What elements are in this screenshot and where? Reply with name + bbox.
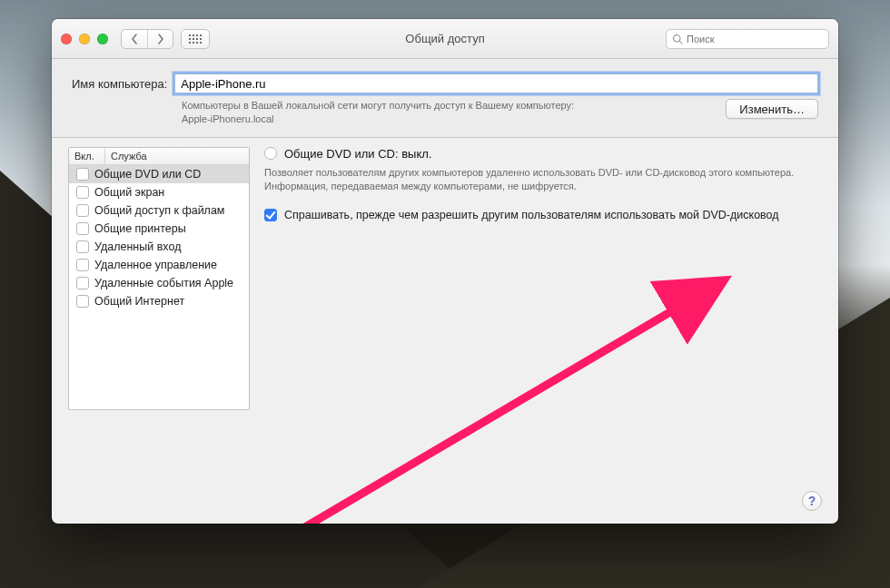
window-traffic-lights <box>61 34 108 44</box>
service-row[interactable]: Удаленные события Apple <box>69 274 249 292</box>
computer-name-label: Имя компьютера: <box>72 77 167 91</box>
nav-back-button[interactable] <box>122 30 147 48</box>
services-table: Вкл. Служба Общие DVD или CDОбщий экранО… <box>68 147 250 410</box>
search-input[interactable] <box>687 34 823 44</box>
minimize-window-button[interactable] <box>79 34 90 44</box>
service-row[interactable]: Общие DVD или CD <box>69 165 249 183</box>
help-button[interactable]: ? <box>802 491 822 511</box>
search-field[interactable] <box>666 29 829 49</box>
service-row-label: Удаленный вход <box>94 240 181 253</box>
service-row-label: Удаленные события Apple <box>94 277 233 289</box>
main-body: Вкл. Служба Общие DVD или CDОбщий экранО… <box>52 138 838 524</box>
services-table-header: Вкл. Служба <box>69 148 249 165</box>
service-enable-checkbox[interactable] <box>76 295 89 308</box>
service-detail-title: Общие DVD или CD: выкл. <box>284 147 431 161</box>
service-row-label: Общие принтеры <box>94 222 186 235</box>
service-row-label: Общие DVD или CD <box>94 168 201 181</box>
service-enable-checkbox[interactable] <box>76 222 89 235</box>
service-enable-checkbox[interactable] <box>76 240 89 253</box>
service-row[interactable]: Удаленный вход <box>69 238 249 256</box>
service-enable-checkbox[interactable] <box>76 186 89 199</box>
computer-name-subtext: Компьютеры в Вашей локальной сети могут … <box>182 99 581 126</box>
service-row[interactable]: Общий экран <box>69 183 249 201</box>
service-enable-checkbox[interactable] <box>76 168 89 181</box>
ask-before-share-row[interactable]: Спрашивать, прежде чем разрешить другим … <box>264 208 822 224</box>
service-row[interactable]: Общий Интернет <box>69 292 249 310</box>
service-status-radio <box>264 147 277 160</box>
service-detail-desc: Позволяет пользователям других компьютер… <box>264 166 822 194</box>
grid-icon <box>189 34 202 44</box>
services-col-service: Служба <box>105 148 249 164</box>
service-enable-checkbox[interactable] <box>76 204 89 217</box>
nav-forward-button[interactable] <box>147 30 173 48</box>
service-row[interactable]: Общие принтеры <box>69 220 249 238</box>
close-window-button[interactable] <box>61 34 72 44</box>
service-enable-checkbox[interactable] <box>76 277 89 289</box>
service-row-label: Общий доступ к файлам <box>94 204 224 217</box>
services-list: Общие DVD или CDОбщий экранОбщий доступ … <box>69 165 249 310</box>
show-all-prefs-button[interactable] <box>181 29 210 49</box>
sharing-preferences-window: Общий доступ Имя компьютера: Компьютеры … <box>52 19 838 524</box>
edit-hostname-button[interactable]: Изменить… <box>726 99 818 119</box>
nav-back-forward <box>121 29 173 49</box>
computer-name-panel: Имя компьютера: Компьютеры в Вашей локал… <box>52 59 838 138</box>
service-row-label: Общий Интернет <box>94 295 184 308</box>
ask-before-share-checkbox[interactable] <box>264 209 277 221</box>
svg-point-0 <box>674 34 681 42</box>
ask-before-share-label: Спрашивать, прежде чем разрешить другим … <box>284 208 779 224</box>
service-row-label: Удаленное управление <box>94 259 217 271</box>
service-row[interactable]: Удаленное управление <box>69 256 249 274</box>
service-row-label: Общий экран <box>94 186 164 199</box>
services-col-on: Вкл. <box>69 148 105 164</box>
zoom-window-button[interactable] <box>97 34 108 44</box>
search-icon <box>672 34 683 44</box>
chevron-left-icon <box>131 34 138 44</box>
service-row[interactable]: Общий доступ к файлам <box>69 201 249 220</box>
service-detail: Общие DVD или CD: выкл. Позволяет пользо… <box>264 147 822 507</box>
window-toolbar: Общий доступ <box>52 19 838 59</box>
chevron-right-icon <box>157 34 164 44</box>
computer-name-input[interactable] <box>174 74 818 93</box>
svg-line-1 <box>679 41 682 44</box>
service-enable-checkbox[interactable] <box>76 259 89 271</box>
